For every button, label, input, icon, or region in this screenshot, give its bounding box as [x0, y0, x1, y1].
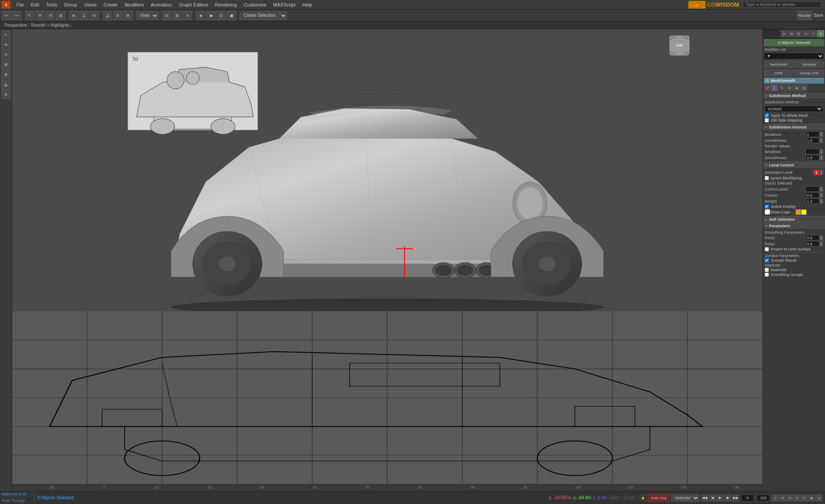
- menu-group[interactable]: Group: [60, 1, 81, 8]
- project-limit-checkbox[interactable]: [765, 247, 769, 251]
- layer-btn[interactable]: ≡: [183, 11, 192, 20]
- materials-checkbox[interactable]: [765, 268, 769, 272]
- move-btn[interactable]: ✛: [35, 11, 45, 20]
- weight-down[interactable]: ▼: [819, 201, 823, 204]
- subobj-down[interactable]: ▼: [819, 172, 823, 175]
- lock-icon[interactable]: 🔒: [640, 495, 646, 501]
- align-btn[interactable]: ⊞: [173, 11, 182, 20]
- anim-last-btn[interactable]: ▶▶: [732, 495, 739, 501]
- current-frame-input[interactable]: [741, 495, 754, 501]
- auto-key-btn[interactable]: Auto Key: [648, 494, 670, 502]
- search-box[interactable]: Type a keyword or phrase: [743, 1, 822, 8]
- mini-icon-6[interactable]: ▣: [808, 495, 815, 501]
- local-control-header[interactable]: ▼ Local Control: [763, 162, 825, 168]
- mode-dropdown[interactable]: Selected: [671, 494, 700, 502]
- panel-icon-motion[interactable]: M: [788, 30, 795, 37]
- menu-modifiers[interactable]: Modifiers: [121, 1, 147, 8]
- mini-icon-3[interactable]: ⊟: [786, 495, 793, 501]
- relax-down[interactable]: ▼: [819, 244, 823, 247]
- panel-icon-modify[interactable]: ⊞: [817, 30, 824, 37]
- panel-icon-display[interactable]: D: [795, 30, 802, 37]
- stack-vis-btn[interactable]: │: [771, 85, 778, 91]
- left-tool-unlink[interactable]: ⊘: [1, 90, 11, 99]
- menu-tools[interactable]: Tools: [43, 1, 61, 8]
- ignore-backfacing-checkbox[interactable]: [765, 176, 769, 180]
- ctrl-level-down[interactable]: ▼: [819, 189, 823, 192]
- mini-icon-4[interactable]: ⊗: [794, 495, 800, 501]
- meshsmooth-btn[interactable]: MeshSmooth: [764, 61, 794, 68]
- named-selection-btn[interactable]: ◈: [196, 11, 205, 20]
- menu-rendering[interactable]: Rendering: [212, 1, 241, 8]
- stack-paste-btn[interactable]: ⊟: [800, 85, 807, 91]
- reference-dropdown[interactable]: View: [136, 11, 159, 20]
- panel-icon-hierarchy[interactable]: H: [781, 30, 787, 37]
- relax-input[interactable]: [806, 241, 819, 247]
- undo-btn[interactable]: ↩: [2, 11, 11, 20]
- left-tool-move[interactable]: ✛: [1, 40, 11, 50]
- menu-animation[interactable]: Animation: [147, 1, 176, 8]
- cage-color-swatch-2[interactable]: [801, 210, 806, 215]
- unlink-btn[interactable]: ⊘: [113, 11, 122, 20]
- stack-copy-btn[interactable]: ⊞: [793, 85, 800, 91]
- smoothing-groups-checkbox[interactable]: [765, 272, 769, 277]
- render-iterations-input[interactable]: [806, 149, 819, 154]
- nav-cube[interactable]: TOP: [668, 34, 691, 57]
- render-scene-btn[interactable]: ▣: [227, 11, 236, 20]
- render-iter-down[interactable]: ▼: [819, 152, 823, 154]
- main-viewport[interactable]: 3d TOP: [12, 29, 762, 484]
- sub-method-dropdown[interactable]: NURMS: [765, 106, 823, 112]
- stack-delete-btn[interactable]: ✕: [786, 85, 793, 91]
- total-frames-input[interactable]: [757, 495, 770, 501]
- mini-icon-2[interactable]: ⊞: [779, 495, 786, 501]
- left-tool-rotate[interactable]: ↺: [1, 50, 11, 59]
- menu-file[interactable]: File: [13, 1, 28, 8]
- menu-customize[interactable]: Customize: [240, 1, 270, 8]
- apply-whole-mesh-checkbox[interactable]: [765, 113, 769, 118]
- pinch-down[interactable]: ▼: [819, 238, 823, 241]
- left-tool-link[interactable]: ⚓: [1, 80, 11, 89]
- redo-btn[interactable]: ↪: [12, 11, 22, 20]
- mirror-btn[interactable]: ⊟: [162, 11, 172, 20]
- rsmooth-down[interactable]: ▼: [819, 158, 823, 160]
- menu-graph-editors[interactable]: Graph Editors: [176, 1, 212, 8]
- unwrap-uvw-btn[interactable]: Unwrap UVW: [794, 69, 824, 76]
- show-cage-checkbox[interactable]: [765, 209, 770, 215]
- create-selection-dropdown[interactable]: Create Selection: [240, 11, 287, 20]
- stack-edit-btn[interactable]: ✎: [778, 85, 785, 91]
- left-tool-scale[interactable]: ⊞: [1, 60, 11, 69]
- render-smoothness-input[interactable]: [806, 155, 819, 160]
- anim-next-btn[interactable]: ▶: [725, 495, 731, 501]
- menu-maxscript[interactable]: MAXScript: [270, 1, 299, 8]
- isoline-display-checkbox[interactable]: [765, 204, 769, 209]
- smooth-result-checkbox[interactable]: [765, 258, 769, 263]
- iterations-down[interactable]: ▼: [819, 135, 823, 137]
- select-btn[interactable]: ↖: [25, 11, 35, 20]
- control-level-input[interactable]: [806, 186, 819, 192]
- cage-color-swatch-1[interactable]: [796, 210, 801, 215]
- subdivision-amount-header[interactable]: ▼ Subdivision Amount: [763, 124, 825, 130]
- anim-play-btn[interactable]: ▶: [717, 495, 724, 501]
- bind-btn[interactable]: ⊗: [123, 11, 133, 20]
- scale-btn[interactable]: ⊞: [56, 11, 66, 20]
- crease-input[interactable]: [806, 192, 819, 198]
- modifier-list-dropdown[interactable]: ▼: [764, 53, 824, 59]
- subdivision-method-header[interactable]: ▼ Subdivision Method: [763, 92, 825, 99]
- mini-icon-5[interactable]: ⊘: [801, 495, 808, 501]
- iterations-input[interactable]: 1: [806, 131, 819, 137]
- parameters-header[interactable]: ▼ Parameters: [763, 222, 825, 229]
- menu-views[interactable]: Views: [81, 1, 100, 8]
- vp-label-smooth[interactable]: Smooth + Highlights: [29, 23, 72, 28]
- material-editor-btn[interactable]: ◆: [206, 11, 216, 20]
- left-tool-select[interactable]: ↖: [1, 30, 11, 40]
- panel-icon-utilities[interactable]: U: [803, 30, 809, 37]
- anim-prev-btn[interactable]: ◀: [709, 495, 716, 501]
- panel-icon-create[interactable]: +: [810, 30, 817, 37]
- weight-input[interactable]: [806, 198, 819, 204]
- soft-selection-header[interactable]: ► Soft Selection: [763, 216, 825, 222]
- left-tool-snap[interactable]: ⊕: [1, 70, 11, 79]
- anim-first-btn[interactable]: ◀◀: [701, 495, 708, 501]
- render-btn[interactable]: ⊡: [216, 11, 226, 20]
- mini-icon-1[interactable]: ⊡: [772, 495, 778, 501]
- smoothness-input[interactable]: 1.0: [806, 138, 819, 143]
- render-small-btn[interactable]: Render: [797, 11, 812, 20]
